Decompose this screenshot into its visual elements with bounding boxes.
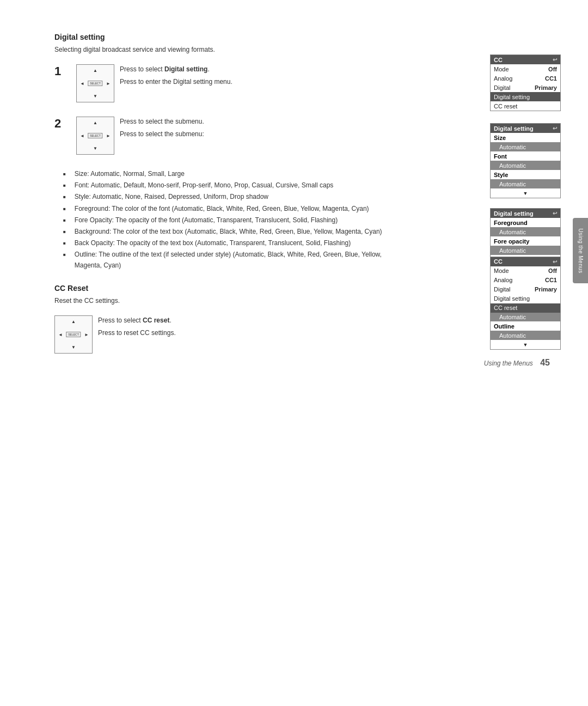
- ds-menu-1-font: Font: [491, 151, 560, 161]
- page-number: 45: [540, 358, 550, 367]
- cc-menu-2-digital-row: Digital Primary: [491, 285, 560, 294]
- remote-diagram-3: ▲ ▼ ◄ ► SELECT: [54, 315, 93, 354]
- side-tab-label: Using the Menus: [578, 228, 584, 273]
- ds-menu-1-size-val: Automatic: [491, 142, 560, 151]
- list-item: Font: Automatic, Default, Mono-serif, Pr…: [63, 180, 403, 191]
- step-1-text-1: Press to select Digital setting.: [120, 64, 232, 75]
- cc-reset-desc: Reset the CC settings.: [54, 296, 403, 306]
- digital-setting-title: Digital setting: [54, 33, 403, 41]
- cc-reset-text-1: Press to select CC reset.: [98, 315, 176, 326]
- ds-menu-3-arrow: ▼: [491, 340, 560, 349]
- list-item: Fore Opacity: The opacity of the font (A…: [63, 215, 403, 226]
- digital-setting-desc: Selecting digital broadcast service and …: [54, 45, 403, 54]
- arrow-up-2-icon: ▲: [93, 120, 97, 125]
- cc-reset-text-2: Press to reset CC settings.: [98, 328, 176, 338]
- cc-menu-panel-1: CC ↩ Mode Off Analog CC1 Digital Primary…: [490, 54, 561, 111]
- cc-menu-1-mode-row: Mode Off: [491, 64, 560, 74]
- cc-reset-section: CC Reset Reset the CC settings. ▲ ▼ ◄ ► …: [54, 284, 403, 357]
- ds-menu-2-fore-opacity-val: Automatic: [491, 246, 560, 255]
- arrow-right-3-icon: ►: [84, 332, 89, 337]
- cc-menu-2-cc-reset-row: CC reset: [491, 303, 560, 313]
- step-2-block: 2 ▲ ▼ ◄ ► SELECT Press to select the sub…: [54, 117, 403, 158]
- list-item: Size: Automatic, Normal, Small, Large: [63, 169, 403, 179]
- back-icon-1: ↩: [553, 57, 557, 63]
- cc-menu-2-mode-row: Mode Off: [491, 266, 560, 276]
- page-number-area: Using the Menus 45: [484, 358, 550, 368]
- step-2-number: 2: [54, 118, 68, 130]
- cc-reset-step-block: ▲ ▼ ◄ ► SELECT Press to select CC reset.…: [54, 315, 403, 357]
- side-tab-container: Using the Menus: [573, 218, 588, 283]
- select-button-3: SELECT: [66, 332, 81, 337]
- ds-menu-2-header: Digital setting ↩: [491, 209, 560, 218]
- arrow-left-3-icon: ◄: [58, 332, 63, 337]
- cc-menu-1-digital-setting-row: Digital setting: [491, 92, 560, 101]
- ds-menu-1-arrow: ▼: [491, 188, 560, 198]
- cc-reset-panels: CC ↩ Mode Off Analog CC1 Digital Primary…: [490, 257, 561, 313]
- ds-menu-2-fg-val: Automatic: [491, 227, 560, 236]
- step-2-text-1: Press to select the submenu.: [120, 117, 204, 127]
- cc-menu-2-analog-row: Analog CC1: [491, 276, 560, 285]
- remote-diagram-1: ▲ ▼ ◄ ► SELECT: [76, 64, 114, 102]
- cc-menu-1-analog-row: Analog CC1: [491, 74, 560, 83]
- cc-menu-panel-2: CC ↩ Mode Off Analog CC1 Digital Primary…: [490, 257, 561, 313]
- arrow-right-icon: ►: [106, 81, 111, 86]
- list-item: Back Opacity: The opacity of the text bo…: [63, 238, 403, 248]
- step-1-block: 1 ▲ ▼ ◄ ► SELECT Press t: [54, 64, 403, 106]
- step-2-text-2: Press to select the submenu:: [120, 129, 204, 139]
- cc-menu-1-header: CC ↩: [491, 55, 560, 64]
- arrow-up-icon: ▲: [93, 68, 97, 73]
- digital-setting-panel-1: Digital setting ↩ Size Automatic Font Au…: [490, 123, 561, 198]
- list-item: Outline: The outline of the text (if sel…: [63, 249, 403, 270]
- step-1-text-2: Press to enter the Digital setting menu.: [120, 77, 232, 87]
- ds-menu-1-style: Style: [491, 170, 560, 179]
- back-icon-3: ↩: [553, 210, 557, 216]
- list-item: Background: The color of the text box (A…: [63, 227, 403, 237]
- cc-menu-1-cc-reset-row: CC reset: [491, 101, 560, 111]
- ds-menu-2-fg: Foreground: [491, 218, 560, 227]
- select-button-2: SELECT: [88, 133, 102, 138]
- cc-menu-1-digital-row: Digital Primary: [491, 83, 560, 92]
- remote-diagram-2: ▲ ▼ ◄ ► SELECT: [76, 117, 114, 155]
- arrow-right-2-icon: ►: [106, 133, 111, 138]
- arrow-down-icon: ▼: [93, 94, 97, 99]
- back-icon-5: ↩: [553, 259, 557, 265]
- ds-menu-1-font-val: Automatic: [491, 161, 560, 170]
- cc-menu-2-header: CC ↩: [491, 257, 560, 266]
- ds-menu-3-back-opacity-val: Automatic: [491, 312, 560, 321]
- arrow-down-3-icon: ▼: [71, 345, 76, 350]
- list-item: Foreground: The color of the font (Autom…: [63, 204, 403, 214]
- ds-menu-1-style-val: Automatic: [491, 179, 560, 188]
- select-button: SELECT: [88, 81, 102, 86]
- arrow-up-3-icon: ▲: [71, 319, 76, 324]
- arrow-left-icon: ◄: [80, 81, 84, 86]
- cc-reset-title: CC Reset: [54, 284, 403, 293]
- ds-menu-1-size: Size: [491, 133, 560, 142]
- list-item: Style: Automatic, None, Raised, Depresse…: [63, 192, 403, 202]
- ds-menu-3-outline: Outline: [491, 321, 560, 331]
- features-list: Size: Automatic, Normal, Small, Large Fo…: [63, 169, 403, 271]
- cc-menu-2-digital-setting-row: Digital setting: [491, 294, 560, 303]
- arrow-down-2-icon: ▼: [93, 146, 97, 151]
- step-1-number: 1: [54, 65, 68, 77]
- ds-menu-2-fore-opacity: Fore opacity: [491, 236, 560, 246]
- ds-menu-3-outline-val: Automatic: [491, 331, 560, 340]
- arrow-left-2-icon: ◄: [80, 133, 84, 138]
- ds-menu-1-header: Digital setting ↩: [491, 124, 560, 133]
- back-icon-2: ↩: [553, 125, 557, 131]
- digital-setting-section: Digital setting Selecting digital broadc…: [54, 33, 403, 271]
